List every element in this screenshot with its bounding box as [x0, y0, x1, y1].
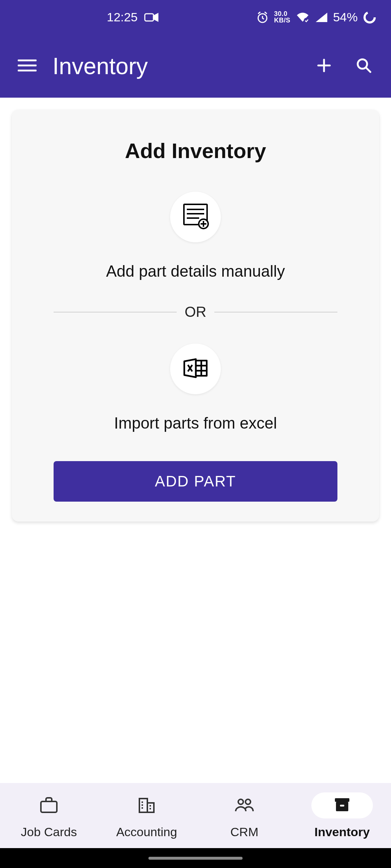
archive-box-icon — [333, 796, 352, 815]
svg-rect-9 — [147, 803, 154, 812]
status-bar: 12:25 30.0 KB/S 54% — [0, 0, 391, 34]
alarm-icon — [256, 11, 269, 24]
gesture-handle[interactable] — [148, 857, 243, 860]
main-content: Add Inventory Add part details manually — [0, 98, 391, 783]
form-add-icon — [181, 202, 210, 232]
svg-point-3 — [365, 12, 375, 22]
card-title: Add Inventory — [54, 139, 337, 163]
briefcase-icon — [39, 796, 59, 815]
nav-label: CRM — [230, 825, 258, 839]
add-manually-option[interactable]: Add part details manually — [54, 192, 337, 280]
import-excel-label: Import parts from excel — [114, 414, 277, 432]
status-time: 12:25 — [107, 10, 138, 24]
svg-rect-7 — [41, 801, 57, 812]
search-button[interactable] — [349, 52, 378, 81]
nav-item-crm[interactable]: CRM — [214, 792, 275, 839]
import-excel-option[interactable]: Import parts from excel — [54, 344, 337, 432]
nav-item-inventory[interactable]: Inventory — [311, 792, 373, 839]
svg-point-10 — [238, 799, 243, 804]
nav-label: Accounting — [116, 825, 177, 839]
plus-icon — [316, 58, 332, 75]
excel-file-icon — [181, 356, 210, 382]
svg-rect-0 — [145, 14, 154, 21]
bottom-nav: Job Cards Accounting CRM — [0, 783, 391, 848]
loading-circle-icon — [363, 10, 377, 24]
nav-item-accounting[interactable]: Accounting — [116, 792, 177, 839]
add-inventory-card: Add Inventory Add part details manually — [12, 110, 379, 522]
add-button[interactable] — [310, 52, 339, 81]
nav-label: Inventory — [314, 825, 370, 839]
nav-item-job-cards[interactable]: Job Cards — [18, 792, 80, 839]
or-divider: OR — [54, 304, 337, 320]
page-title: Inventory — [52, 53, 299, 80]
svg-rect-14 — [340, 805, 344, 807]
add-part-button[interactable]: ADD PART — [54, 461, 337, 502]
wifi-icon — [295, 12, 310, 23]
app-bar: Inventory — [0, 34, 391, 98]
hamburger-icon — [18, 58, 37, 74]
network-speed: 30.0 KB/S — [274, 11, 290, 23]
search-icon — [355, 57, 373, 76]
cellular-signal-icon — [315, 12, 328, 23]
people-icon — [234, 797, 255, 814]
menu-button[interactable] — [13, 52, 42, 81]
nav-label: Job Cards — [21, 825, 77, 839]
svg-rect-8 — [139, 799, 147, 812]
battery-percentage: 54% — [333, 10, 358, 24]
system-nav-bar — [0, 848, 391, 868]
svg-rect-12 — [335, 798, 349, 802]
add-manually-icon-circle — [170, 192, 221, 242]
divider-text: OR — [185, 304, 206, 320]
video-camera-icon — [144, 12, 159, 22]
add-manually-label: Add part details manually — [106, 262, 285, 280]
building-icon — [136, 796, 157, 815]
svg-point-11 — [245, 799, 251, 804]
import-excel-icon-circle — [170, 344, 221, 394]
